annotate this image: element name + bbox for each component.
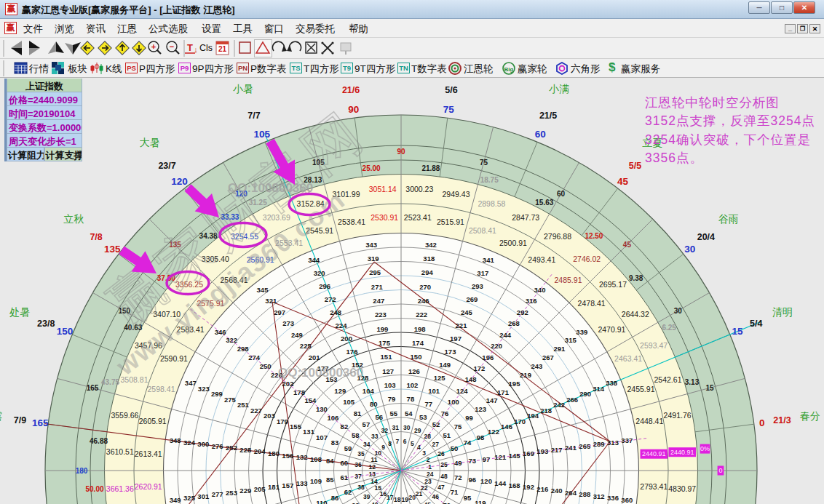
svg-text:51: 51 bbox=[443, 431, 451, 439]
svg-text:82: 82 bbox=[341, 423, 349, 431]
svg-text:132: 132 bbox=[296, 453, 308, 461]
svg-text:84: 84 bbox=[326, 457, 334, 465]
svg-text:0: 0 bbox=[718, 467, 722, 474]
svg-text:201: 201 bbox=[309, 353, 321, 361]
svg-text:36: 36 bbox=[354, 461, 362, 468]
svg-text:2793.41: 2793.41 bbox=[640, 482, 667, 491]
svg-text:3661.36: 3661.36 bbox=[106, 484, 134, 493]
svg-text:22: 22 bbox=[421, 484, 428, 492]
svg-text:343: 343 bbox=[365, 241, 377, 249]
svg-text:83: 83 bbox=[331, 439, 339, 447]
svg-text:3.13: 3.13 bbox=[685, 378, 700, 386]
svg-text:253: 253 bbox=[226, 489, 237, 497]
svg-text:白露: 白露 bbox=[0, 410, 2, 422]
svg-text:269: 269 bbox=[466, 295, 478, 303]
svg-text:228: 228 bbox=[239, 446, 251, 454]
svg-text:75: 75 bbox=[454, 423, 462, 431]
svg-text:2605.91: 2605.91 bbox=[139, 417, 167, 425]
svg-text:360: 360 bbox=[621, 496, 633, 504]
svg-text:33: 33 bbox=[371, 433, 379, 440]
svg-text:120: 120 bbox=[480, 477, 492, 485]
svg-text:346: 346 bbox=[215, 328, 226, 336]
svg-text:2538.41: 2538.41 bbox=[338, 217, 365, 226]
svg-text:221: 221 bbox=[456, 321, 468, 329]
svg-text:293: 293 bbox=[472, 282, 483, 290]
svg-text:2440.91: 2440.91 bbox=[642, 450, 666, 457]
svg-text:21/6: 21/6 bbox=[342, 85, 360, 95]
svg-text:9.38: 9.38 bbox=[629, 274, 643, 282]
svg-text:180: 180 bbox=[268, 449, 280, 457]
svg-text:1: 1 bbox=[428, 463, 432, 471]
svg-text:春分: 春分 bbox=[800, 410, 820, 422]
svg-text:99: 99 bbox=[465, 414, 473, 422]
svg-text:45: 45 bbox=[617, 176, 629, 187]
svg-text:347: 347 bbox=[185, 379, 197, 387]
svg-text:251: 251 bbox=[237, 401, 250, 409]
svg-text:200: 200 bbox=[341, 335, 352, 343]
svg-text:79: 79 bbox=[388, 395, 396, 403]
svg-text:70: 70 bbox=[443, 501, 451, 504]
svg-text:348: 348 bbox=[170, 436, 181, 444]
svg-text:90: 90 bbox=[397, 148, 405, 156]
svg-text:127: 127 bbox=[382, 367, 394, 375]
svg-text:73: 73 bbox=[468, 457, 476, 465]
svg-text:2598.41: 2598.41 bbox=[148, 385, 175, 393]
svg-text:3610.51: 3610.51 bbox=[106, 447, 134, 456]
svg-text:120: 120 bbox=[171, 176, 188, 187]
svg-text:2485.91: 2485.91 bbox=[555, 276, 582, 284]
svg-text:155: 155 bbox=[290, 423, 302, 431]
svg-text:2500.91: 2500.91 bbox=[499, 239, 527, 247]
svg-text:320: 320 bbox=[314, 269, 325, 277]
svg-text:37: 37 bbox=[354, 473, 362, 480]
svg-text:11: 11 bbox=[371, 456, 378, 463]
svg-text:194: 194 bbox=[527, 412, 539, 420]
svg-text:150: 150 bbox=[411, 353, 422, 361]
svg-text:2455.91: 2455.91 bbox=[627, 385, 655, 393]
svg-text:249: 249 bbox=[291, 331, 303, 339]
svg-text:2898.58: 2898.58 bbox=[478, 199, 505, 208]
svg-text:2530.91: 2530.91 bbox=[371, 213, 398, 222]
svg-text:245: 245 bbox=[461, 308, 473, 316]
svg-text:229: 229 bbox=[239, 487, 251, 495]
svg-text:156: 156 bbox=[282, 452, 293, 460]
svg-text:77: 77 bbox=[424, 400, 432, 408]
svg-text:103: 103 bbox=[384, 381, 396, 389]
svg-text:225: 225 bbox=[300, 342, 312, 350]
svg-text:122: 122 bbox=[488, 428, 499, 436]
svg-text:49: 49 bbox=[454, 459, 462, 467]
svg-text:272: 272 bbox=[325, 295, 336, 303]
svg-text:5/4: 5/4 bbox=[750, 319, 762, 329]
svg-text:62: 62 bbox=[344, 488, 352, 496]
svg-text:21/5: 21/5 bbox=[539, 111, 557, 121]
svg-text:15.63: 15.63 bbox=[535, 199, 553, 207]
svg-text:299: 299 bbox=[211, 390, 223, 398]
svg-text:7/7: 7/7 bbox=[247, 111, 260, 121]
svg-text:133: 133 bbox=[296, 479, 308, 487]
svg-text:165: 165 bbox=[32, 417, 49, 428]
svg-text:26: 26 bbox=[437, 450, 445, 457]
svg-text:266: 266 bbox=[566, 396, 578, 404]
svg-text:0%: 0% bbox=[700, 445, 710, 452]
svg-text:144: 144 bbox=[494, 479, 507, 487]
svg-text:−: − bbox=[170, 42, 174, 51]
svg-text:3356点。: 3356点。 bbox=[645, 151, 703, 165]
svg-text:325: 325 bbox=[183, 494, 196, 502]
svg-text:4: 4 bbox=[417, 444, 421, 451]
svg-text:202: 202 bbox=[282, 380, 294, 388]
svg-text:195: 195 bbox=[509, 380, 521, 388]
svg-text:178: 178 bbox=[293, 388, 305, 396]
svg-text:60: 60 bbox=[535, 129, 546, 140]
svg-text:38: 38 bbox=[357, 484, 365, 491]
svg-text:40: 40 bbox=[371, 501, 379, 504]
svg-text:小暑: 小暑 bbox=[233, 83, 253, 95]
svg-text:71: 71 bbox=[451, 488, 459, 496]
svg-text:227: 227 bbox=[250, 407, 262, 415]
svg-text:23/8: 23/8 bbox=[37, 319, 55, 329]
svg-text:252: 252 bbox=[226, 444, 237, 452]
svg-text:219: 219 bbox=[520, 371, 531, 379]
svg-text:264: 264 bbox=[565, 489, 577, 497]
svg-text:2695.17: 2695.17 bbox=[599, 280, 627, 289]
svg-text:7/9: 7/9 bbox=[14, 415, 26, 425]
svg-text:121: 121 bbox=[494, 453, 507, 461]
svg-text:15: 15 bbox=[732, 326, 743, 337]
